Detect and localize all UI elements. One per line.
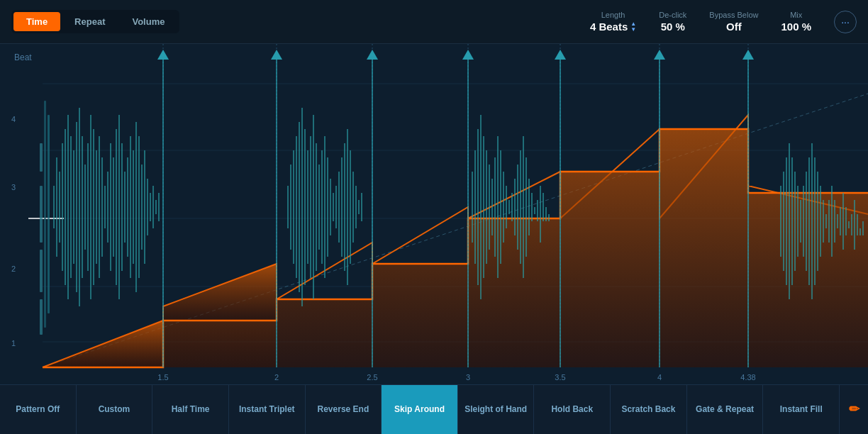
svg-rect-37 [110,143,111,271]
pattern-btn-hold-back[interactable]: Hold Back [534,385,611,434]
pattern-btn-gate-repeat[interactable]: Gate & Repeat [687,385,764,434]
svg-rect-13 [40,143,43,172]
pattern-btn-skip-around[interactable]: Skip Around [382,385,458,434]
length-value[interactable]: 4 Beats ▲▼ [590,21,636,33]
svg-rect-15 [40,250,43,292]
svg-rect-67 [321,150,323,264]
svg-rect-51 [150,193,151,221]
svg-marker-155 [555,50,566,60]
svg-rect-101 [525,157,527,257]
pattern-btn-half-time[interactable]: Half Time [152,385,229,434]
svg-text:4: 4 [657,373,662,382]
svg-rect-119 [806,172,807,271]
declick-value[interactable]: 50 % [661,21,685,33]
svg-text:4.38: 4.38 [740,373,755,382]
svg-rect-99 [520,150,521,264]
svg-rect-116 [797,186,799,257]
svg-rect-62 [307,150,308,264]
svg-rect-52 [152,186,154,228]
pattern-btn-instant-triplet[interactable]: Instant Triplet [229,385,306,434]
pencil-button[interactable]: ✏ [840,385,868,434]
svg-rect-70 [330,179,331,235]
pattern-btn-reverse-end[interactable]: Reverse End [306,385,382,434]
viz-area: Beat 4 3 2 1 [0,44,868,384]
svg-rect-117 [800,200,801,243]
svg-rect-59 [299,122,300,292]
svg-rect-82 [472,172,473,243]
svg-rect-12 [48,115,50,313]
svg-rect-23 [70,136,72,278]
svg-rect-53 [155,200,157,214]
pattern-btn-instant-fill[interactable]: Instant Fill [763,385,840,434]
svg-rect-65 [316,143,317,271]
svg-rect-14 [40,186,43,243]
svg-rect-77 [350,150,351,264]
svg-text:3: 3 [466,373,470,382]
svg-rect-80 [358,200,360,214]
pattern-btn-custom[interactable]: Custom [77,385,153,434]
svg-rect-43 [127,157,128,257]
svg-rect-113 [789,143,790,299]
pattern-btn-pattern-off[interactable]: Pattern Off [0,385,77,434]
svg-rect-26 [79,108,80,306]
svg-rect-38 [113,157,114,257]
svg-rect-98 [517,165,518,250]
svg-rect-11 [44,101,46,328]
svg-rect-115 [794,172,796,271]
svg-rect-78 [352,172,354,243]
svg-rect-93 [503,172,504,243]
pattern-btn-sleight-of-hand[interactable]: Sleight of Hand [458,385,535,434]
svg-rect-133 [845,207,847,235]
svg-rect-123 [817,172,818,271]
tab-volume[interactable]: Volume [119,12,177,31]
svg-text:2.5: 2.5 [367,373,377,382]
bypass-label: Bypass Below [709,11,758,19]
svg-marker-147 [157,50,169,60]
svg-rect-125 [823,200,824,243]
svg-rect-114 [791,157,793,285]
app-container: Time Repeat Volume Length 4 Beats ▲▼ De-… [0,0,868,434]
svg-rect-20 [62,143,63,271]
pattern-bar: Pattern Off Custom Half Time Instant Tri… [0,384,868,434]
svg-rect-46 [135,122,137,292]
svg-rect-25 [76,122,77,292]
svg-marker-10 [43,129,868,367]
svg-marker-153 [462,50,474,60]
svg-rect-84 [477,129,479,285]
svg-rect-71 [333,193,334,221]
svg-rect-138 [859,228,861,235]
svg-rect-21 [65,129,66,285]
svg-rect-137 [857,214,858,235]
mix-control: Mix 100 % [781,11,811,33]
svg-rect-127 [828,200,830,243]
svg-rect-122 [814,157,816,285]
svg-rect-134 [848,221,850,228]
svg-rect-41 [121,143,123,271]
svg-rect-88 [489,165,490,250]
svg-rect-55 [287,186,289,228]
mix-value[interactable]: 100 % [781,21,811,33]
svg-rect-17 [53,186,55,228]
tab-repeat[interactable]: Repeat [62,12,118,31]
svg-rect-72 [335,186,337,228]
pattern-btn-scratch-back[interactable]: Scratch Back [611,385,687,434]
more-button[interactable]: ··· [834,11,857,33]
svg-rect-107 [542,193,544,221]
waveform-2 [287,108,362,306]
svg-rect-86 [483,136,484,278]
length-control: Length 4 Beats ▲▼ [590,11,636,33]
tab-time[interactable]: Time [13,12,60,31]
svg-rect-118 [803,186,804,257]
svg-rect-111 [783,172,784,271]
svg-rect-47 [138,136,140,278]
svg-rect-87 [486,150,487,264]
svg-marker-159 [742,50,754,60]
bypass-value[interactable]: Off [726,21,742,33]
svg-rect-29 [87,143,89,271]
svg-rect-44 [130,136,131,278]
svg-rect-16 [40,299,43,335]
mix-label: Mix [790,11,802,19]
svg-rect-97 [514,179,516,235]
svg-rect-76 [347,129,348,285]
svg-rect-135 [851,214,852,235]
